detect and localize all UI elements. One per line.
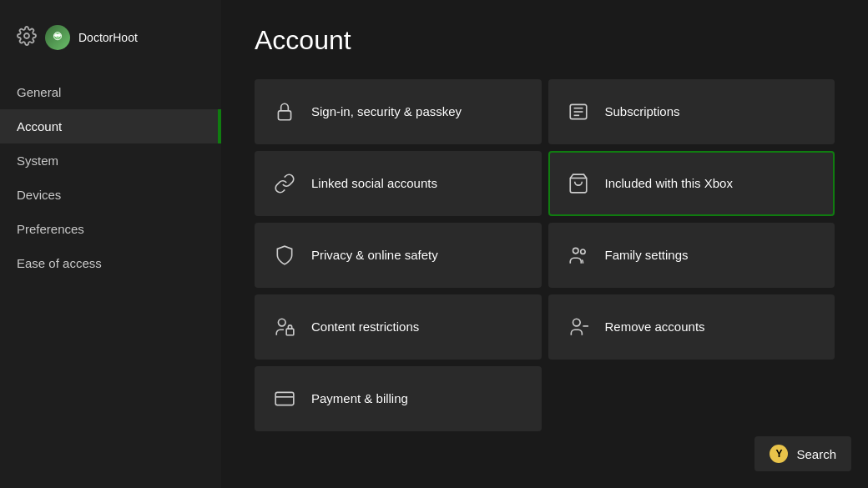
search-button[interactable]: Y Search [754,436,851,471]
tile-label-payment-billing: Payment & billing [311,390,408,407]
tile-label-remove-accounts: Remove accounts [605,319,705,335]
tile-remove-accounts[interactable]: Remove accounts [548,294,835,360]
tile-content-restrictions[interactable]: Content restrictions [255,294,542,360]
tile-sign-in-security[interactable]: Sign-in, security & passkey [255,79,542,144]
sidebar-item-ease-of-access[interactable]: Ease of access [0,246,221,280]
bag-icon [567,172,590,195]
page-title: Account [255,25,835,56]
sidebar-item-preferences[interactable]: Preferences [0,212,221,246]
avatar [45,25,70,50]
sidebar: DoctorHoot GeneralAccountSystemDevicesPr… [0,0,221,488]
tile-label-linked-social: Linked social accounts [311,175,437,192]
sidebar-item-system[interactable]: System [0,143,221,178]
tile-subscriptions[interactable]: Subscriptions [548,79,835,144]
card-icon [273,387,296,410]
tile-payment-billing[interactable]: Payment & billing [255,366,542,431]
svg-point-12 [573,248,578,254]
svg-point-13 [580,249,584,254]
sidebar-item-general[interactable]: General [0,75,221,109]
main-content: Account Sign-in, security & passkeySubsc… [221,0,868,488]
shield-icon [273,244,296,267]
y-button-icon: Y [770,445,788,463]
tile-privacy-safety[interactable]: Privacy & online safety [255,223,542,288]
svg-point-14 [278,319,285,326]
tile-included-xbox[interactable]: Included with this Xbox [548,151,835,216]
username: DoctorHoot [78,31,138,44]
sidebar-item-devices[interactable]: Devices [0,178,221,212]
sidebar-item-account[interactable]: Account [0,109,221,143]
svg-rect-6 [278,111,290,120]
list-icon [567,100,590,123]
tiles-grid: Sign-in, security & passkeySubscriptions… [255,79,835,431]
chain-icon [273,172,296,195]
gear-icon [17,26,37,49]
tile-label-sign-in-security: Sign-in, security & passkey [311,103,462,120]
svg-rect-15 [286,329,294,335]
tile-label-included-xbox: Included with this Xbox [605,175,733,192]
tile-label-family-settings: Family settings [605,247,689,264]
tile-family-settings[interactable]: Family settings [548,223,835,288]
family-icon [567,244,590,267]
svg-point-4 [56,35,57,36]
tile-linked-social[interactable]: Linked social accounts [255,151,542,216]
person-minus-icon [567,315,590,339]
person-lock-icon [273,315,296,339]
search-label: Search [796,447,836,461]
svg-point-5 [58,35,59,36]
sidebar-header: DoctorHoot [0,17,221,75]
tile-label-content-restrictions: Content restrictions [311,319,419,335]
lock-icon [273,100,296,123]
tile-label-subscriptions: Subscriptions [605,103,680,120]
svg-rect-18 [275,392,294,405]
tile-label-privacy-safety: Privacy & online safety [311,247,438,264]
svg-point-0 [24,33,29,38]
svg-point-16 [573,319,580,326]
